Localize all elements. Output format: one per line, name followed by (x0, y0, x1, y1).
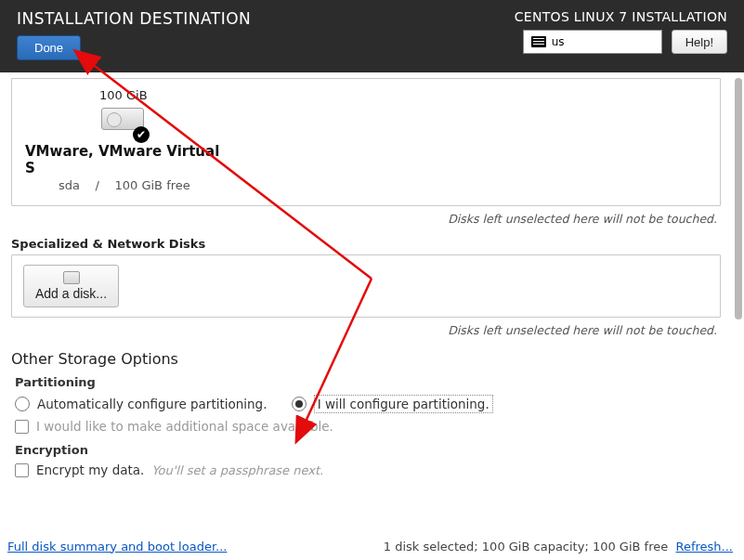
radio-auto-label: Automatically configure partitioning. (37, 397, 267, 411)
hint-unselected-2: Disks left unselected here will not be t… (11, 323, 717, 337)
checkbox-encrypt[interactable] (15, 463, 29, 477)
hint-unselected-1: Disks left unselected here will not be t… (11, 212, 717, 226)
done-button[interactable]: Done (17, 35, 81, 60)
partitioning-heading: Partitioning (15, 375, 721, 389)
footer-status: 1 disk selected; 100 GiB capacity; 100 G… (384, 540, 668, 553)
disk-name: VMware, VMware Virtual S (25, 143, 220, 176)
keyboard-layout-value: us (552, 35, 565, 48)
check-icon: ✔ (133, 126, 150, 143)
help-button[interactable]: Help! (672, 30, 727, 54)
disk-size: 100 GiB (99, 88, 148, 102)
network-disks-label: Specialized & Network Disks (11, 237, 721, 251)
radio-auto-partitioning[interactable] (15, 397, 30, 411)
keyboard-icon (531, 36, 546, 47)
keyboard-layout-selector[interactable]: us (523, 30, 662, 54)
radio-manual-label: I will configure partitioning. (314, 395, 493, 413)
footer-bar: Full disk summary and boot loader... 1 d… (0, 536, 744, 560)
add-disk-label: Add a disk... (35, 286, 107, 301)
checkbox-encrypt-label: Encrypt my data. (36, 462, 144, 477)
encrypt-hint: You'll set a passphrase next. (151, 463, 323, 477)
checkbox-reclaim-label: I would like to make additional space av… (36, 419, 333, 434)
disk-graphic: ✔ (101, 108, 146, 137)
network-disks-panel: Add a disk... (11, 254, 721, 318)
page-title: INSTALLATION DESTINATION (17, 9, 251, 28)
header-bar: INSTALLATION DESTINATION Done CENTOS LIN… (0, 0, 744, 72)
disk-item[interactable]: 100 GiB ✔ VMware, VMware Virtual S sda /… (25, 88, 220, 192)
encryption-heading: Encryption (15, 443, 721, 457)
add-disk-button[interactable]: Add a disk... (23, 265, 119, 307)
other-storage-title: Other Storage Options (11, 350, 721, 368)
full-disk-summary-link[interactable]: Full disk summary and boot loader... (7, 540, 227, 553)
install-title: CENTOS LINUX 7 INSTALLATION (515, 9, 727, 24)
radio-manual-partitioning[interactable] (292, 397, 307, 411)
scrollbar-thumb[interactable] (735, 78, 742, 319)
add-disk-icon (63, 271, 80, 284)
local-disks-panel: 100 GiB ✔ VMware, VMware Virtual S sda /… (11, 78, 721, 206)
refresh-link[interactable]: Refresh... (676, 540, 734, 553)
content-area: 100 GiB ✔ VMware, VMware Virtual S sda /… (0, 72, 732, 534)
checkbox-reclaim-space[interactable] (15, 420, 29, 434)
disk-sub: sda / 100 GiB free (59, 178, 190, 192)
